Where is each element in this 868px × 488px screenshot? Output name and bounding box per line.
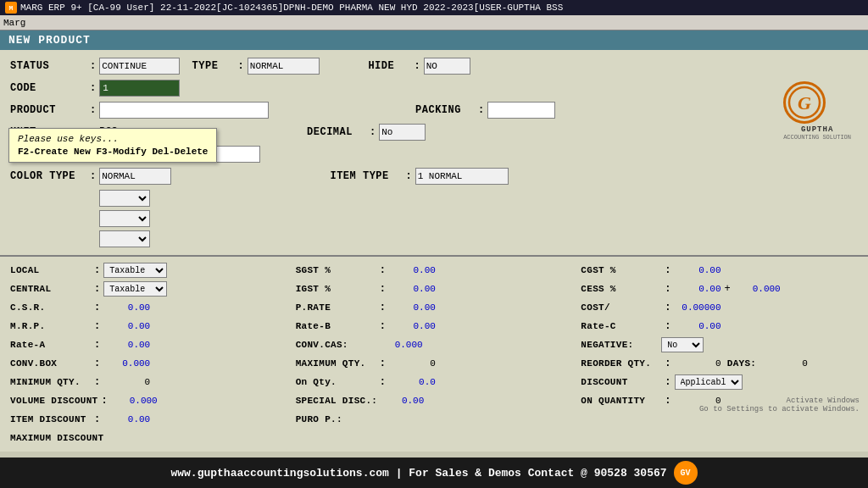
p-rate-row: P.RATE : 0.00 xyxy=(296,299,573,316)
activate-windows-notice: Activate Windows Go to Settings to activ… xyxy=(699,396,860,413)
code-row: CODE : 1 xyxy=(10,79,858,97)
igst-value: 0.00 xyxy=(389,284,436,294)
main-window: NEW PRODUCT STATUS : CONTINUE TYPE : NOR… xyxy=(0,30,868,458)
col2: SGST % : 0.00 IGST % : 0.00 P.RATE : 0.0… xyxy=(296,262,573,448)
svg-text:G: G xyxy=(798,92,811,114)
max-discount-label: MAXIMUM DISCOUNT xyxy=(10,433,103,443)
on-qty-label: On Qty. xyxy=(296,377,376,387)
code-input[interactable]: 1 xyxy=(99,80,180,97)
type-select-wrapper: NORMAL xyxy=(248,58,320,75)
max-qty-value: 0 xyxy=(389,358,436,369)
product-label: PRODUCT xyxy=(10,104,86,116)
csr-label: C.S.R. xyxy=(10,302,91,313)
conv-cas-value: 0.000 xyxy=(376,340,423,350)
panel-title: NEW PRODUCT xyxy=(8,34,91,47)
status-select[interactable]: CONTINUE xyxy=(99,58,180,75)
hide-label: HIDE xyxy=(368,60,410,72)
mrp-label: M.R.P. xyxy=(10,321,91,331)
sgst-value: 0.00 xyxy=(389,265,436,275)
conv-box-row: CONV.BOX : 0.000 xyxy=(10,355,287,372)
conv-cas-row: CONV.CAS: 0.000 xyxy=(296,336,573,353)
status-label: STATUS xyxy=(10,60,86,72)
app-icon: M xyxy=(5,2,17,14)
rate-a-value: 0.00 xyxy=(103,340,150,350)
item-type-select-wrapper: 1 NORMAL xyxy=(415,168,509,185)
p-rate-value: 0.00 xyxy=(389,302,436,313)
footer-bar: www.gupthaaccountingsolutions.com | For … xyxy=(0,458,868,488)
on-quantity-label: ON QUANTITY xyxy=(581,396,661,406)
rate-b-label: Rate-B xyxy=(296,321,376,331)
hide-select[interactable]: NO xyxy=(424,58,470,75)
min-qty-label: MINIMUM QTY. xyxy=(10,377,91,387)
cess-value: 0.00 xyxy=(675,284,721,294)
panel-header: NEW PRODUCT xyxy=(0,30,868,50)
discount-select[interactable]: Applicable xyxy=(675,374,743,390)
footer-logo: GV xyxy=(674,461,698,485)
decimal-select-wrapper: No xyxy=(379,124,426,141)
foraate-row xyxy=(581,411,858,428)
p-rate-label: P.RATE xyxy=(296,302,376,313)
special-disc-row: SPECIAL DISC.: 0.00 xyxy=(296,392,573,409)
discount-row: DISCOUNT : Applicable xyxy=(581,374,858,391)
on-qty-row: On Qty. : 0.0 xyxy=(296,374,573,391)
dropdown1[interactable] xyxy=(99,190,150,207)
cost-row: COST/ : 0.00000 xyxy=(581,299,858,316)
special-disc-label: SPECIAL DISC.: xyxy=(296,396,378,406)
sgst-label: SGST % xyxy=(296,265,376,275)
negative-row: NEGATIVE: No xyxy=(581,336,858,353)
csr-row: C.S.R. : 0.00 xyxy=(10,299,287,316)
color-type-select[interactable]: NORMAL xyxy=(99,168,171,185)
rate-c-row: Rate-C : 0.00 xyxy=(581,318,858,335)
rate-c-value: 0.00 xyxy=(675,321,721,331)
item-discount-row: ITEM DISCOUNT : 0.00 xyxy=(10,411,287,428)
negative-label: NEGATIVE: xyxy=(581,340,661,350)
product-input[interactable] xyxy=(99,102,269,119)
color-type-label: COLOR TYPE xyxy=(10,170,86,182)
small-dropdowns-row2: : xyxy=(10,209,858,228)
max-discount-row: MAXIMUM DISCOUNT xyxy=(10,430,287,446)
type-select[interactable]: NORMAL xyxy=(248,58,320,75)
rate-a-label: Rate-A xyxy=(10,340,91,350)
local-row: LOCAL : Taxable xyxy=(10,262,287,279)
dropdown2[interactable] xyxy=(99,210,150,227)
product-row: PRODUCT : PACKING : xyxy=(10,101,858,119)
central-select[interactable]: Taxable xyxy=(103,281,167,297)
mrp-row: M.R.P. : 0.00 xyxy=(10,318,287,335)
packing-input[interactable] xyxy=(487,102,555,119)
local-select[interactable]: Taxable xyxy=(103,263,167,278)
guptha-sub: ACCOUNTING SOLUTION xyxy=(783,134,851,141)
volume-discount-row: VOLUME DISCOUNT : 0.000 xyxy=(10,392,287,409)
reorder-label: REORDER QTY. xyxy=(581,358,661,369)
item-type-label: ITEM TYPE xyxy=(330,170,402,182)
item-discount-label: ITEM DISCOUNT xyxy=(10,414,91,424)
title-text: MARG ERP 9+ [CA-99 User] 22-11-2022[JC-1… xyxy=(20,3,563,13)
cost-label: COST/ xyxy=(581,302,661,313)
reorder-row: REORDER QTY. : 0 DAYS: 0 xyxy=(581,355,858,372)
title-bar: M MARG ERP 9+ [CA-99 User] 22-11-2022[JC… xyxy=(0,0,868,15)
negative-select[interactable]: No xyxy=(661,337,704,352)
puro-row: PURO P.: xyxy=(296,411,573,428)
code-label: CODE xyxy=(10,82,86,94)
csr-value: 0.00 xyxy=(103,302,150,313)
cess-value2: 0.000 xyxy=(734,284,781,294)
color-type-row: COLOR TYPE : NORMAL ITEM TYPE : 1 NORMAL xyxy=(10,167,858,186)
hide-select-wrapper: NO xyxy=(424,58,470,75)
menu-marg[interactable]: Marg xyxy=(3,18,25,28)
days-label: DAYS: xyxy=(727,358,761,369)
rate-a-row: Rate-A : 0.00 xyxy=(10,336,287,353)
decimal-select[interactable]: No xyxy=(379,124,426,141)
volume-discount-value: 0.000 xyxy=(111,396,158,406)
guptha-name: GUPTHA xyxy=(783,125,851,134)
cess-row: CESS % : 0.00 + 0.000 xyxy=(581,280,858,297)
logo-g-letter: G xyxy=(783,81,826,124)
tooltip-popup: Please use keys... F2-Create New F3-Modi… xyxy=(8,128,217,163)
local-label: LOCAL xyxy=(10,265,91,275)
conv-box-label: CONV.BOX xyxy=(10,358,91,369)
packing-label: PACKING xyxy=(415,104,475,116)
igst-row: IGST % : 0.00 xyxy=(296,280,573,297)
decimal-label: DECIMAL xyxy=(307,126,366,138)
dropdown3[interactable] xyxy=(99,230,150,247)
tooltip-keys: F2-Create New F3-Modify Del-Delete xyxy=(18,147,208,157)
item-type-select[interactable]: 1 NORMAL xyxy=(415,168,509,185)
volume-discount-label: VOLUME DISCOUNT xyxy=(10,396,98,406)
